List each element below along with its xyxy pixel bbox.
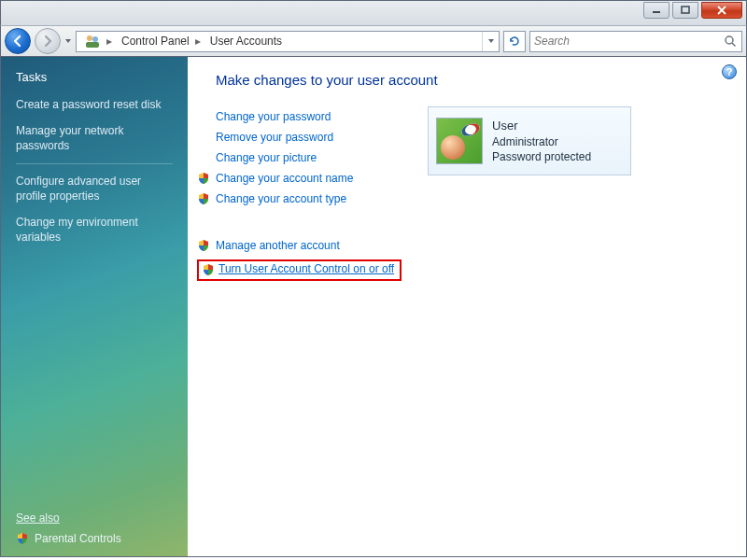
refresh-button[interactable] bbox=[503, 31, 526, 52]
breadcrumb-seg-1[interactable]: User Accounts bbox=[203, 32, 286, 51]
minimize-button[interactable] bbox=[643, 2, 669, 19]
see-also-label: Parental Controls bbox=[35, 532, 121, 545]
breadcrumb-bar[interactable]: ▸ Control Panel ▸ User Accounts bbox=[76, 31, 500, 52]
breadcrumb-separator-icon: ▸ bbox=[105, 35, 114, 48]
shield-icon bbox=[197, 192, 210, 205]
page-heading: Make changes to your user account bbox=[216, 72, 729, 88]
window-titlebar bbox=[0, 0, 747, 25]
task-create-password-reset-disk[interactable]: Create a password reset disk bbox=[16, 91, 173, 118]
svg-line-6 bbox=[732, 43, 736, 47]
window-buttons bbox=[643, 1, 746, 19]
account-info: User Administrator Password protected bbox=[492, 118, 591, 164]
nav-back-button[interactable] bbox=[5, 28, 31, 54]
maximize-button[interactable] bbox=[672, 2, 698, 19]
link-turn-uac-on-off[interactable]: Turn User Account Control on or off bbox=[197, 256, 402, 285]
link-label: Change your picture bbox=[216, 151, 317, 164]
link-change-password[interactable]: Change your password bbox=[216, 106, 402, 127]
link-label: Change your account type bbox=[216, 192, 346, 205]
link-label: Change your account name bbox=[216, 172, 353, 185]
breadcrumb-dropdown-icon[interactable] bbox=[482, 32, 499, 51]
see-also-parental-controls[interactable]: Parental Controls bbox=[16, 530, 173, 547]
svg-rect-1 bbox=[682, 7, 689, 13]
link-change-account-name[interactable]: Change your account name bbox=[197, 168, 402, 189]
help-button[interactable]: ? bbox=[722, 64, 737, 79]
content-area: ? Make changes to your user account Chan… bbox=[188, 57, 746, 556]
search-input[interactable] bbox=[534, 35, 723, 48]
task-change-environment-variables[interactable]: Change my environment variables bbox=[16, 209, 173, 250]
tasks-sidebar: Tasks Create a password reset disk Manag… bbox=[1, 57, 188, 556]
search-icon[interactable] bbox=[723, 35, 738, 48]
search-box[interactable] bbox=[529, 31, 742, 52]
highlight-box: Turn User Account Control on or off bbox=[197, 259, 402, 281]
window-body: Tasks Create a password reset disk Manag… bbox=[0, 57, 747, 557]
link-label: Manage another account bbox=[216, 239, 340, 252]
svg-point-5 bbox=[726, 36, 733, 44]
shield-icon bbox=[197, 239, 210, 252]
account-card: User Administrator Password protected bbox=[428, 106, 631, 175]
svg-rect-0 bbox=[653, 11, 660, 13]
link-change-account-type[interactable]: Change your account type bbox=[197, 189, 402, 209]
svg-point-3 bbox=[92, 36, 98, 42]
shield-icon bbox=[16, 532, 29, 545]
nav-forward-button[interactable] bbox=[35, 28, 61, 54]
link-remove-password[interactable]: Remove your password bbox=[216, 127, 402, 147]
link-change-picture[interactable]: Change your picture bbox=[216, 147, 402, 168]
link-label: Turn User Account Control on or off bbox=[218, 262, 394, 275]
account-name: User bbox=[492, 118, 591, 134]
svg-point-2 bbox=[87, 35, 92, 41]
task-configure-profile-properties[interactable]: Configure advanced user profile properti… bbox=[16, 168, 173, 209]
svg-rect-4 bbox=[86, 42, 99, 48]
task-manage-network-passwords[interactable]: Manage your network passwords bbox=[16, 118, 173, 159]
link-label: Change your password bbox=[216, 110, 331, 123]
shield-icon bbox=[202, 263, 215, 276]
see-also-heading: See also bbox=[16, 511, 173, 525]
account-status: Password protected bbox=[492, 149, 591, 164]
close-button[interactable] bbox=[701, 2, 742, 19]
breadcrumb-seg-0[interactable]: Control Panel bbox=[114, 32, 193, 51]
link-manage-another-account[interactable]: Manage another account bbox=[197, 235, 402, 256]
link-label: Remove your password bbox=[216, 131, 333, 144]
address-bar: ▸ Control Panel ▸ User Accounts bbox=[0, 25, 747, 57]
account-picture bbox=[436, 118, 483, 164]
account-role: Administrator bbox=[492, 134, 591, 149]
sidebar-separator bbox=[16, 163, 173, 164]
shield-icon bbox=[197, 172, 210, 185]
nav-history-dropdown-icon[interactable] bbox=[64, 36, 72, 46]
breadcrumb-separator-icon: ▸ bbox=[193, 35, 203, 48]
tasks-heading: Tasks bbox=[16, 70, 173, 84]
breadcrumb-root-icon[interactable] bbox=[77, 32, 105, 51]
account-actions-list: Change your password Remove your passwor… bbox=[216, 106, 402, 285]
